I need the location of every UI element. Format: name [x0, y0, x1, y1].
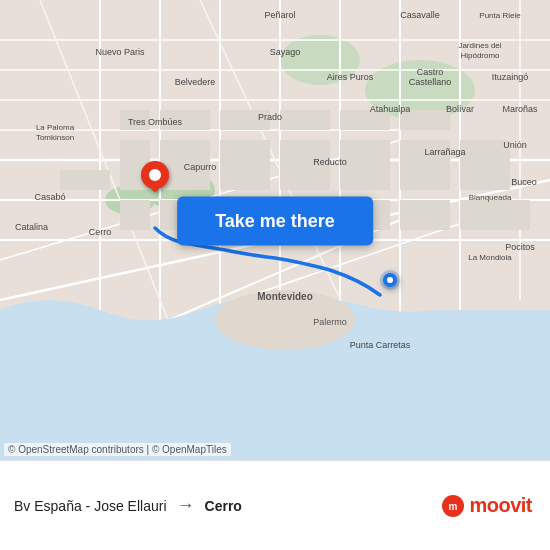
svg-text:Castro: Castro	[417, 67, 444, 77]
svg-text:Nuevo Paris: Nuevo Paris	[95, 47, 145, 57]
moovit-logo-icon: m	[441, 494, 465, 518]
svg-text:Catalina: Catalina	[15, 222, 48, 232]
svg-point-84	[149, 169, 161, 181]
svg-text:Sayago: Sayago	[270, 47, 301, 57]
svg-text:Reducto: Reducto	[313, 157, 347, 167]
map-container: Peñarol Casavalle Punta Riele Nuevo Pari…	[0, 0, 550, 460]
origin-label: Bv España - Jose Ellauri	[14, 498, 167, 514]
route-info: Bv España - Jose Ellauri → Cerro	[14, 495, 242, 516]
svg-text:Prado: Prado	[258, 112, 282, 122]
svg-text:Aires Puros: Aires Puros	[327, 72, 374, 82]
svg-text:Maroñas: Maroñas	[502, 104, 538, 114]
take-me-there-button[interactable]: Take me there	[177, 196, 373, 245]
svg-rect-35	[220, 140, 270, 190]
svg-text:Tomkinson: Tomkinson	[36, 133, 74, 142]
svg-text:Cerro: Cerro	[89, 227, 112, 237]
svg-text:Punta Carretas: Punta Carretas	[350, 340, 411, 350]
svg-text:Blanqueada: Blanqueada	[469, 193, 512, 202]
svg-text:Bolívar: Bolívar	[446, 104, 474, 114]
svg-text:Ituzaingó: Ituzaingó	[492, 72, 529, 82]
svg-text:Hipódromo: Hipódromo	[460, 51, 500, 60]
svg-text:Casavalle: Casavalle	[400, 10, 440, 20]
svg-rect-46	[400, 200, 450, 230]
svg-text:m: m	[449, 501, 458, 512]
svg-rect-41	[120, 200, 150, 230]
route-arrow-icon: →	[177, 495, 195, 516]
destination-label: Cerro	[205, 498, 242, 514]
svg-point-87	[387, 277, 393, 283]
svg-text:La Mondiola: La Mondiola	[468, 253, 512, 262]
svg-text:La Paloma: La Paloma	[36, 123, 75, 132]
svg-text:Capurro: Capurro	[184, 162, 217, 172]
footer: Bv España - Jose Ellauri → Cerro m moovi…	[0, 460, 550, 550]
svg-text:Unión: Unión	[503, 140, 527, 150]
moovit-brand-text: moovit	[469, 494, 532, 517]
svg-rect-47	[460, 200, 530, 230]
svg-text:Montevideo: Montevideo	[257, 291, 313, 302]
svg-text:Tres Ombúes: Tres Ombúes	[128, 117, 183, 127]
svg-text:Palermo: Palermo	[313, 317, 347, 327]
svg-text:Belvedere: Belvedere	[175, 77, 216, 87]
map-attribution: © OpenStreetMap contributors | © OpenMap…	[4, 443, 231, 456]
svg-text:Jardines del: Jardines del	[458, 41, 501, 50]
svg-text:Peñarol: Peñarol	[264, 10, 295, 20]
svg-text:Castellano: Castellano	[409, 77, 452, 87]
svg-text:Larrañaga: Larrañaga	[424, 147, 465, 157]
svg-text:Buceo: Buceo	[511, 177, 537, 187]
moovit-logo: m moovit	[441, 494, 532, 518]
svg-text:Casabó: Casabó	[34, 192, 65, 202]
svg-text:Pocitos: Pocitos	[505, 242, 535, 252]
svg-rect-30	[280, 110, 330, 130]
svg-text:Punta Riele: Punta Riele	[479, 11, 521, 20]
svg-text:Atahualpa: Atahualpa	[370, 104, 411, 114]
svg-rect-40	[60, 170, 110, 190]
svg-rect-37	[340, 140, 390, 190]
destination-dot	[380, 270, 400, 290]
